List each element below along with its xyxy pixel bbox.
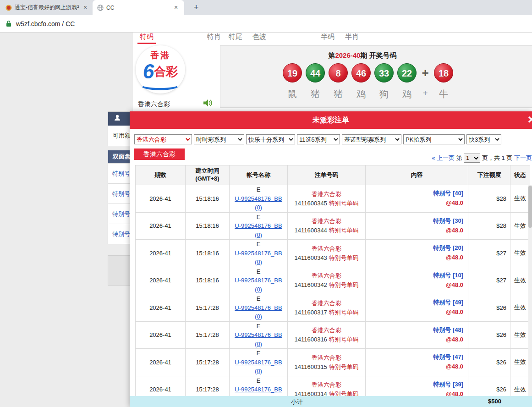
- browser-tab-1[interactable]: 通宝-信誉最好的网上游戏平 ×: [3, 0, 92, 15]
- tab-close-icon[interactable]: ×: [172, 4, 180, 11]
- account-count: (0): [255, 258, 262, 265]
- account-link[interactable]: U-992548176_BB(0): [235, 195, 282, 211]
- bet-odds: @48.0: [366, 226, 463, 236]
- nav-tab-texiao[interactable]: 特肖: [205, 33, 223, 43]
- zodiac-label: 牛: [434, 88, 453, 100]
- cell-account: E U-992548176_BB(0): [230, 376, 288, 396]
- scrollbar-thumb[interactable]: [528, 186, 532, 228]
- next-page-link[interactable]: 下一页: [514, 154, 532, 161]
- lottery-ball: 19: [283, 63, 302, 82]
- logo-hecai: 合彩: [154, 65, 178, 78]
- account-link[interactable]: U-992548176_BB(0): [235, 222, 282, 238]
- globe-favicon-icon: [97, 5, 104, 11]
- bet-number-line: 1411600345 特别号单码: [288, 199, 365, 208]
- filter-select-klsf[interactable]: 快乐十分系列: [246, 134, 295, 144]
- col-time-line2: (GMT+8): [195, 175, 219, 182]
- account-prefix: E: [230, 294, 287, 303]
- account-link[interactable]: U-992548176_BB(0): [235, 277, 282, 293]
- col-time: 建立时间(GMT+8): [186, 165, 230, 185]
- balls-row: 19448463322+18: [283, 63, 457, 82]
- page-label-post: 页，共 1 页: [482, 154, 512, 161]
- speaker-icon[interactable]: [203, 99, 213, 109]
- account-prefix: E: [230, 267, 287, 276]
- account-count: (0): [255, 286, 262, 293]
- new-tab-button[interactable]: +: [191, 2, 202, 13]
- cell-content: 特别号 [39] @48.0: [366, 376, 468, 396]
- bet-number-line: 1411600314 特别号单码: [288, 390, 365, 396]
- cell-content: 特别号 [30] @48.0: [366, 212, 468, 240]
- nav-tab-tewei[interactable]: 特尾: [226, 33, 245, 43]
- browser-tab-2[interactable]: CC ×: [93, 0, 184, 15]
- cell-account: E U-992548176_BB(0): [230, 267, 288, 294]
- lock-icon[interactable]: [6, 20, 11, 27]
- bet-odds: @48.0: [366, 198, 463, 208]
- bet-game-name: 香港六合彩: [288, 299, 365, 308]
- nav-tab-banxiao[interactable]: 半肖: [343, 33, 361, 43]
- logo-six: 6: [143, 60, 154, 82]
- subtotal-value: $500: [488, 398, 501, 405]
- bet-selection: 特别号 [47]: [366, 352, 463, 362]
- lottery-name: 香港六合彩: [138, 100, 170, 109]
- col-account: 帐号名称: [230, 165, 288, 185]
- filter-select-keno[interactable]: 基诺型彩票系列: [342, 134, 401, 144]
- cell-amount: $26: [468, 376, 510, 396]
- account-link[interactable]: U-992548176_BB(0): [235, 359, 282, 375]
- account-link[interactable]: U-992548176_BB(0): [235, 386, 282, 396]
- bet-selection: 特别号 [20]: [366, 243, 463, 253]
- cell-time: 15:17:28: [186, 349, 230, 376]
- cell-account: E U-992548176_BB(0): [230, 294, 288, 322]
- filter-select-ssc[interactable]: 时时彩系列: [194, 134, 244, 144]
- filter-select-mark-six[interactable]: 香港六合彩: [134, 134, 192, 144]
- bet-game-name: 香港六合彩: [288, 271, 365, 281]
- cell-bet-number: 香港六合彩 1411600345 特别号单码: [288, 185, 366, 213]
- bet-type: 特别号单码: [329, 309, 358, 316]
- bet-number: 1411600343: [295, 254, 327, 261]
- prev-page-link[interactable]: « 上一页: [432, 154, 455, 161]
- tab-close-icon[interactable]: ×: [82, 4, 89, 11]
- account-count: (0): [255, 204, 262, 211]
- cell-bet-number: 香港六合彩 1411600315 特别号单码: [288, 349, 366, 376]
- account-prefix: E: [230, 349, 287, 358]
- bet-odds: @48.0: [366, 390, 463, 396]
- address-bar[interactable]: w5zf.cbcfo.com / CC: [0, 15, 532, 33]
- cell-time: 15:18:16: [186, 240, 230, 267]
- cell-period: 2026-41: [136, 185, 186, 213]
- filter-select-k3[interactable]: 快3系列: [466, 134, 501, 144]
- scrollbar-track[interactable]: [528, 185, 532, 396]
- col-time-line1: 建立时间: [196, 167, 219, 174]
- game-tab-button[interactable]: 香港六合彩: [134, 148, 185, 160]
- nav-tab-sebo[interactable]: 色波: [250, 33, 269, 43]
- cell-status: 生效: [510, 376, 530, 396]
- page-select[interactable]: 1: [464, 154, 480, 163]
- cell-amount: $26: [468, 294, 510, 322]
- cell-time: 15:17:28: [186, 321, 230, 349]
- bet-odds: @48.0: [366, 308, 463, 317]
- lottery-ball: 22: [397, 63, 417, 82]
- bet-number: 1411600314: [295, 390, 327, 396]
- cell-account: E U-992548176_BB(0): [230, 185, 288, 213]
- cell-time: 15:17:28: [186, 376, 230, 396]
- cell-content: 特别号 [10] @48.0: [366, 267, 468, 294]
- cell-period: 2026-41: [136, 376, 186, 396]
- cell-status: 生效: [510, 212, 530, 240]
- account-link[interactable]: U-992548176_BB(0): [235, 331, 282, 347]
- account-prefix: E: [230, 376, 287, 385]
- zodiac-label: 鸡: [351, 88, 371, 100]
- filter-select-pk10[interactable]: PK拾系列: [403, 134, 465, 144]
- account-name: U-992548176_BB: [235, 277, 282, 284]
- filter-select-11x5[interactable]: 11选5系列: [297, 134, 340, 144]
- account-link[interactable]: U-992548176_BB(0): [235, 250, 282, 266]
- bet-game-name: 香港六合彩: [288, 353, 365, 363]
- user-icon: [114, 114, 121, 123]
- cell-period: 2026-41: [136, 240, 186, 267]
- close-icon[interactable]: ×: [528, 112, 532, 127]
- cell-period: 2026-41: [136, 294, 186, 322]
- nav-tab-temacode[interactable]: 特码: [137, 33, 156, 44]
- bet-number-line: 1411600315 特别号单码: [288, 363, 365, 371]
- nav-tab-banma[interactable]: 半码: [318, 33, 337, 43]
- cell-status: 生效: [510, 294, 530, 322]
- account-link[interactable]: U-992548176_BB(0): [235, 304, 282, 320]
- bet-type: 特别号单码: [329, 390, 358, 396]
- tab-title: CC: [106, 5, 170, 11]
- account-prefix: E: [230, 240, 287, 249]
